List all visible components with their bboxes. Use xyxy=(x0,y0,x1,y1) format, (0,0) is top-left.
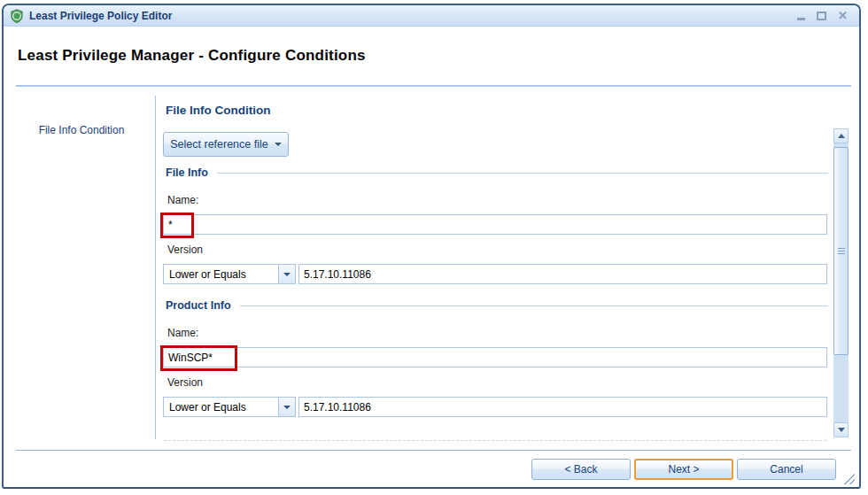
product-version-operator-select[interactable]: Lower or Equals xyxy=(163,397,296,417)
sidebar-divider xyxy=(155,96,156,439)
highlight-box-product-name xyxy=(160,345,237,371)
section-rule xyxy=(217,173,828,174)
chevron-down-icon xyxy=(283,406,291,409)
close-icon[interactable]: ✕ xyxy=(838,10,848,21)
window-controls: ✕ xyxy=(797,10,853,21)
product-name-label: Name: xyxy=(167,327,198,339)
policy-editor-window: Least Privilege Policy Editor ✕ Least Pr… xyxy=(2,4,861,489)
file-name-input[interactable] xyxy=(163,214,827,235)
select-reference-file-label: Select reference file xyxy=(170,138,267,151)
product-info-section-header: Product Info xyxy=(166,299,828,312)
file-version-input[interactable] xyxy=(298,264,827,284)
page-title: Least Privilege Manager - Configure Cond… xyxy=(18,47,366,65)
combo-dropdown-button[interactable] xyxy=(278,398,295,416)
title-bar[interactable]: Least Privilege Policy Editor ✕ xyxy=(4,5,859,27)
select-reference-file-button[interactable]: Select reference file xyxy=(163,132,289,157)
product-info-section-title: Product Info xyxy=(166,299,231,312)
file-info-section-title: File Info xyxy=(166,166,208,179)
highlight-box-file-name xyxy=(160,213,194,238)
product-name-input[interactable] xyxy=(163,347,827,367)
resize-grip[interactable] xyxy=(843,473,855,484)
file-info-section-header: File Info xyxy=(166,166,828,179)
scrollbar-grip-icon xyxy=(838,248,845,255)
file-version-label: Version xyxy=(167,244,203,256)
file-name-label: Name: xyxy=(167,194,198,206)
footer-divider xyxy=(16,450,851,451)
content-bottom-border xyxy=(164,440,826,441)
maximize-icon[interactable] xyxy=(817,12,826,20)
minimize-icon[interactable] xyxy=(797,18,805,20)
chevron-down-icon xyxy=(283,273,291,276)
vertical-scrollbar[interactable] xyxy=(833,128,849,437)
scroll-up-button[interactable] xyxy=(833,128,849,143)
next-button[interactable]: Next > xyxy=(634,459,733,480)
shield-icon xyxy=(10,9,24,23)
scroll-down-button[interactable] xyxy=(833,422,849,437)
sidebar-item-file-info-condition: File Info Condition xyxy=(11,124,152,136)
condition-heading: File Info Condition xyxy=(166,104,270,117)
back-button[interactable]: < Back xyxy=(531,459,631,480)
arrow-down-icon xyxy=(838,428,845,432)
product-version-label: Version xyxy=(167,376,203,389)
window-title: Least Privilege Policy Editor xyxy=(29,10,172,22)
section-rule xyxy=(240,306,828,306)
arrow-up-icon xyxy=(838,134,845,138)
product-version-operator-value: Lower or Equals xyxy=(164,401,278,414)
cancel-button[interactable]: Cancel xyxy=(737,459,836,480)
file-version-operator-select[interactable]: Lower or Equals xyxy=(163,264,296,284)
header-divider xyxy=(16,85,851,87)
chevron-down-icon xyxy=(275,143,282,146)
file-version-operator-value: Lower or Equals xyxy=(164,268,278,281)
scrollbar-thumb[interactable] xyxy=(833,147,849,355)
combo-dropdown-button[interactable] xyxy=(278,265,295,283)
product-version-input[interactable] xyxy=(298,397,827,417)
